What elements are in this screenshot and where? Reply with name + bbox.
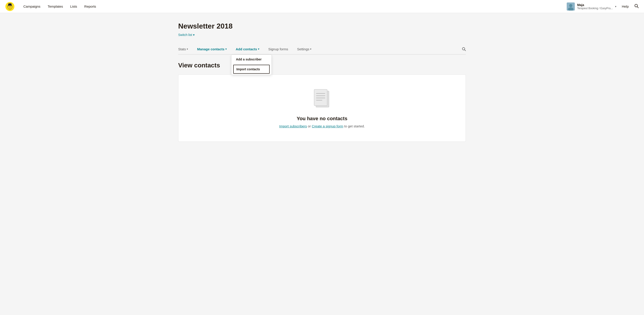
create-signup-form-link[interactable]: Create a signup form bbox=[312, 124, 343, 128]
switch-list-label: Switch list bbox=[178, 33, 192, 36]
svg-point-12 bbox=[635, 4, 638, 7]
svg-point-7 bbox=[9, 7, 11, 8]
add-contacts-dropdown: Add a subscriber Import contacts bbox=[231, 54, 272, 75]
empty-state-title: You have no contacts bbox=[296, 116, 348, 122]
nav-lists[interactable]: Lists bbox=[70, 4, 77, 8]
nav-reports[interactable]: Reports bbox=[84, 4, 96, 8]
view-contacts-title: View contacts bbox=[178, 62, 466, 69]
svg-line-15 bbox=[465, 50, 466, 51]
page-title: Newsletter 2018 bbox=[178, 22, 466, 30]
settings-chevron: ▾ bbox=[310, 48, 312, 50]
contacts-empty-card: You have no contacts Import subscribers … bbox=[178, 74, 466, 142]
main-content: Newsletter 2018 Switch list ▾ Stats ▾ Ma… bbox=[165, 13, 479, 151]
svg-point-8 bbox=[8, 3, 12, 4]
help-link[interactable]: Help bbox=[622, 4, 629, 8]
manage-contacts-chevron: ▾ bbox=[226, 48, 227, 50]
svg-point-14 bbox=[462, 48, 465, 50]
search-icon[interactable] bbox=[634, 4, 638, 9]
sub-navigation: Stats ▾ Manage contacts ▾ Add contacts ▾… bbox=[178, 44, 466, 54]
sub-nav-search[interactable] bbox=[457, 44, 466, 54]
sub-nav-manage-contacts[interactable]: Manage contacts ▾ bbox=[192, 44, 231, 54]
nav-right: Maja Terapeut Booking / EasyPra... ▾ Hel… bbox=[567, 2, 638, 10]
sub-nav-stats[interactable]: Stats ▾ bbox=[178, 44, 192, 54]
user-org: Terapeut Booking / EasyPra... bbox=[577, 7, 613, 10]
nav-campaigns[interactable]: Campaigns bbox=[23, 4, 40, 8]
add-contacts-chevron: ▾ bbox=[258, 48, 259, 50]
dropdown-add-subscriber[interactable]: Add a subscriber bbox=[232, 55, 272, 64]
switch-list-chevron: ▾ bbox=[193, 33, 194, 36]
svg-point-5 bbox=[9, 6, 10, 6]
user-info: Maja Terapeut Booking / EasyPra... bbox=[577, 3, 613, 10]
svg-point-6 bbox=[10, 6, 11, 6]
nav-templates[interactable]: Templates bbox=[48, 4, 63, 8]
sub-nav-add-contacts[interactable]: Add contacts ▾ Add a subscriber Import c… bbox=[231, 44, 264, 54]
stats-chevron: ▾ bbox=[187, 48, 188, 50]
empty-desc-suffix: to get started. bbox=[343, 124, 365, 128]
empty-state-desc: Import subscribers or Create a signup fo… bbox=[279, 124, 365, 128]
user-menu[interactable]: Maja Terapeut Booking / EasyPra... ▾ bbox=[567, 2, 616, 10]
sub-nav-signup-forms[interactable]: Signup forms bbox=[264, 44, 292, 54]
empty-state-icon bbox=[312, 88, 332, 110]
mailchimp-logo[interactable] bbox=[6, 2, 14, 11]
switch-list-link[interactable]: Switch list ▾ bbox=[178, 33, 194, 36]
top-navigation: Campaigns Templates Lists Reports Maja T… bbox=[0, 0, 644, 13]
import-subscribers-link[interactable]: Import subscribers bbox=[279, 124, 307, 128]
nav-left: Campaigns Templates Lists Reports bbox=[6, 2, 96, 11]
user-name: Maja bbox=[577, 3, 613, 7]
svg-point-10 bbox=[569, 4, 572, 7]
svg-rect-21 bbox=[314, 90, 327, 106]
user-menu-chevron: ▾ bbox=[615, 5, 616, 8]
empty-desc-or: or bbox=[307, 124, 312, 128]
sub-nav-settings[interactable]: Settings ▾ bbox=[292, 44, 316, 54]
dropdown-import-contacts[interactable]: Import contacts bbox=[233, 65, 270, 74]
user-avatar bbox=[567, 2, 575, 10]
svg-line-13 bbox=[637, 7, 638, 8]
